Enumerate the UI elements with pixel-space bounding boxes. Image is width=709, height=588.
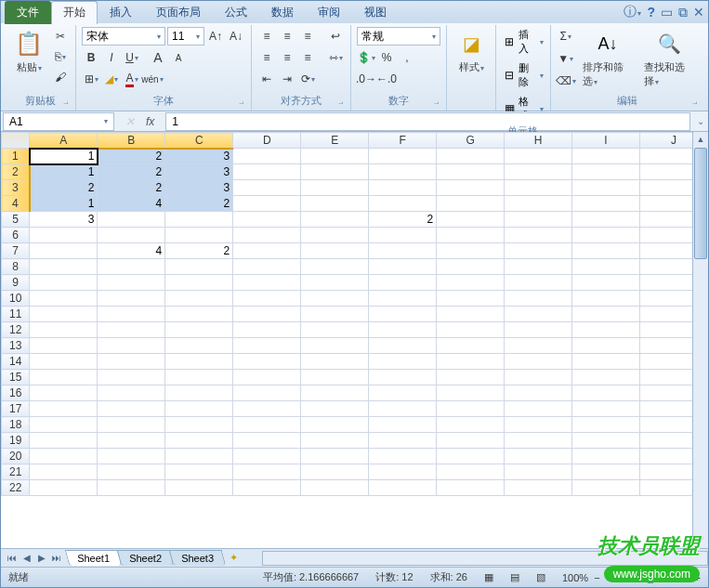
scroll-thumb[interactable] (694, 148, 707, 259)
cell-C7[interactable]: 2 (165, 243, 233, 259)
cell-D14[interactable] (233, 354, 301, 370)
cell-F21[interactable] (369, 464, 437, 480)
cell-B8[interactable] (98, 259, 165, 275)
row-header-14[interactable]: 14 (2, 354, 30, 370)
cell-H9[interactable] (505, 275, 572, 291)
cell-C22[interactable] (165, 480, 233, 496)
file-tab[interactable]: 文件 (5, 1, 51, 24)
cell-F7[interactable] (369, 243, 437, 259)
cell-D15[interactable] (233, 370, 301, 385)
cell-D13[interactable] (233, 338, 301, 354)
row-header-18[interactable]: 18 (2, 417, 30, 433)
horizontal-scrollbar[interactable] (262, 551, 708, 566)
column-header-B[interactable]: B (98, 133, 165, 149)
menu-tab-2[interactable]: 页面布局 (144, 1, 213, 24)
cell-E3[interactable] (301, 180, 369, 196)
cell-B21[interactable] (98, 464, 165, 480)
cell-I13[interactable] (572, 338, 640, 354)
tab-nav-first[interactable]: ⏮ (5, 553, 20, 563)
increase-decimal-button[interactable]: .0→ (357, 70, 375, 88)
cell-B17[interactable] (98, 401, 165, 417)
cell-C2[interactable]: 3 (165, 164, 233, 180)
autosum-button[interactable]: Σ▾ (557, 27, 575, 46)
cell-F1[interactable] (369, 149, 437, 164)
cell-F13[interactable] (369, 338, 437, 354)
cell-C1[interactable]: 3 (165, 149, 233, 164)
cell-G7[interactable] (437, 243, 505, 259)
cell-C8[interactable] (165, 259, 233, 275)
cell-E16[interactable] (301, 385, 369, 401)
cell-G11[interactable] (437, 307, 505, 322)
cell-G15[interactable] (437, 370, 505, 385)
cell-B11[interactable] (98, 307, 165, 322)
cell-D9[interactable] (233, 275, 301, 291)
cell-D2[interactable] (233, 164, 301, 180)
cell-B3[interactable]: 2 (98, 180, 165, 196)
cell-I20[interactable] (572, 449, 640, 464)
cell-E15[interactable] (301, 370, 369, 385)
close-icon[interactable]: ✕ (693, 5, 704, 20)
menu-tab-1[interactable]: 插入 (98, 1, 144, 24)
spreadsheet-grid[interactable]: ABCDEFGHIJ112321233223414253267428910111… (1, 132, 708, 548)
cell-H3[interactable] (505, 180, 572, 196)
cell-G8[interactable] (437, 259, 505, 275)
cell-B15[interactable] (98, 370, 165, 385)
cell-H8[interactable] (505, 259, 572, 275)
zoom-out-button[interactable]: − (594, 572, 599, 583)
cell-G12[interactable] (437, 322, 505, 338)
cell-I12[interactable] (572, 322, 640, 338)
cell-B2[interactable]: 2 (98, 164, 165, 180)
sort-filter-button[interactable]: A↓ 排序和筛选▾ (579, 27, 637, 90)
cell-I9[interactable] (572, 275, 640, 291)
cell-I22[interactable] (572, 480, 640, 496)
cell-D3[interactable] (233, 180, 301, 196)
cell-H20[interactable] (505, 449, 572, 464)
align-bottom-button[interactable]: ≡ (298, 27, 317, 46)
cell-H10[interactable] (505, 291, 572, 307)
row-header-15[interactable]: 15 (2, 370, 30, 385)
row-header-12[interactable]: 12 (2, 322, 30, 338)
sheet-tab-Sheet3[interactable]: Sheet3 (168, 550, 225, 566)
cell-C15[interactable] (165, 370, 233, 385)
cell-C12[interactable] (165, 322, 233, 338)
cell-H16[interactable] (505, 385, 572, 401)
cell-H6[interactable] (505, 228, 572, 243)
cell-F9[interactable] (369, 275, 437, 291)
cell-A1[interactable]: 1 (30, 149, 98, 164)
cell-F22[interactable] (369, 480, 437, 496)
accounting-format-button[interactable]: 💲▾ (357, 48, 375, 67)
column-header-I[interactable]: I (572, 133, 640, 149)
cell-H14[interactable] (505, 354, 572, 370)
view-pagebreak-button[interactable]: ▧ (536, 571, 545, 583)
help-icon[interactable]: ? (647, 5, 655, 20)
cell-H17[interactable] (505, 401, 572, 417)
row-header-19[interactable]: 19 (2, 433, 30, 449)
row-header-1[interactable]: 1 (2, 149, 30, 164)
cell-I8[interactable] (572, 259, 640, 275)
cell-A5[interactable]: 3 (30, 212, 98, 228)
cell-E5[interactable] (301, 212, 369, 228)
decrease-indent-button[interactable]: ⇤ (257, 70, 276, 88)
cell-B12[interactable] (98, 322, 165, 338)
cell-F3[interactable] (369, 180, 437, 196)
cell-D18[interactable] (233, 417, 301, 433)
cell-F14[interactable] (369, 354, 437, 370)
view-layout-button[interactable]: ▤ (510, 571, 519, 583)
cell-F8[interactable] (369, 259, 437, 275)
row-header-17[interactable]: 17 (2, 401, 30, 417)
cell-G9[interactable] (437, 275, 505, 291)
cell-C21[interactable] (165, 464, 233, 480)
column-header-A[interactable]: A (30, 133, 98, 149)
phonetic-button[interactable]: wén▾ (143, 70, 162, 88)
cell-A8[interactable] (30, 259, 98, 275)
cell-G3[interactable] (437, 180, 505, 196)
view-normal-button[interactable]: ▦ (484, 571, 493, 583)
menu-tab-5[interactable]: 审阅 (306, 1, 352, 24)
cell-F19[interactable] (369, 433, 437, 449)
italic-button[interactable]: I (102, 48, 121, 67)
row-header-9[interactable]: 9 (2, 275, 30, 291)
cell-A9[interactable] (30, 275, 98, 291)
align-left-button[interactable]: ≡ (257, 48, 276, 67)
scroll-up-arrow[interactable]: ▲ (693, 132, 708, 148)
cell-F5[interactable]: 2 (369, 212, 437, 228)
